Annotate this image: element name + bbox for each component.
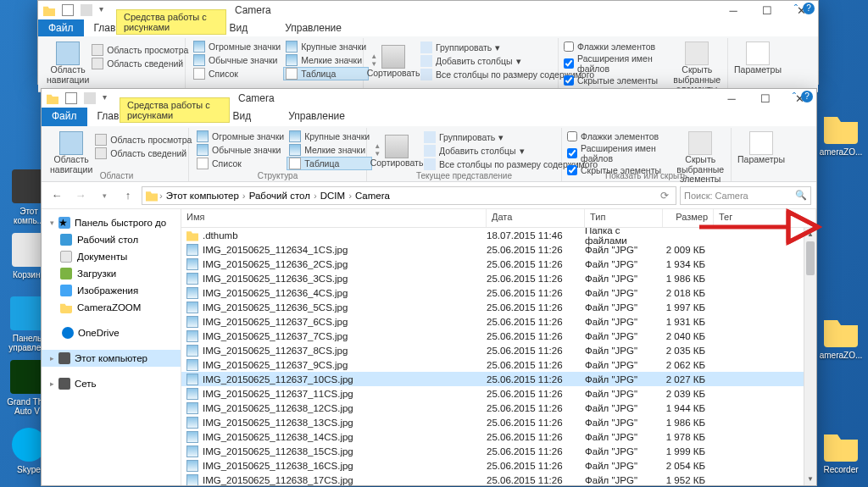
layout-large[interactable]: Крупные значки — [283, 40, 369, 53]
search-input[interactable]: Поиск: Camera 🔍 — [680, 186, 811, 205]
maximize-button[interactable]: ☐ — [750, 1, 784, 19]
sort-button[interactable]: Сортировать — [372, 130, 421, 171]
scroll-up-icon[interactable]: ▲ — [804, 228, 816, 241]
tab-manage[interactable]: Управление — [278, 108, 355, 126]
item-checkboxes[interactable]: Флажки элементов — [567, 130, 675, 142]
desktop-icon-cam2[interactable]: ameraZO... — [815, 351, 866, 360]
qat-item[interactable] — [84, 92, 96, 104]
breadcrumb-item[interactable]: DCIM — [319, 191, 347, 201]
table-row[interactable]: IMG_20150625_112638_14CS.jpg25.06.2015 1… — [181, 429, 816, 444]
col-type[interactable]: Тип — [585, 209, 663, 227]
details-pane-button[interactable]: Область сведений — [89, 57, 191, 70]
help-icon[interactable]: ? — [803, 3, 815, 14]
col-tags[interactable]: Тег — [714, 209, 816, 227]
table-row[interactable]: IMG_20150625_112634_1CS.jpg25.06.2015 11… — [181, 242, 816, 257]
tab-file[interactable]: Файл — [42, 108, 87, 126]
table-row[interactable]: IMG_20150625_112636_2CS.jpg25.06.2015 11… — [181, 257, 816, 271]
preview-pane-button[interactable]: Область просмотра — [89, 43, 191, 57]
history-button[interactable]: ▾ — [94, 185, 114, 206]
nav-item[interactable]: Документы — [42, 248, 181, 265]
back-button[interactable]: ← — [47, 185, 67, 206]
nav-item[interactable]: Рабочий стол — [42, 231, 181, 248]
minimize-button[interactable]: ─ — [715, 89, 748, 108]
collapse-ribbon-icon[interactable]: ˆ — [793, 91, 796, 103]
nav-this-pc[interactable]: ▸Этот компьютер — [42, 350, 181, 367]
col-date[interactable]: Дата — [487, 209, 585, 227]
search-icon[interactable]: 🔍 — [795, 190, 807, 201]
nav-onedrive[interactable]: OneDrive — [42, 324, 181, 341]
nav-network[interactable]: ▸Сеть — [42, 375, 181, 392]
table-row[interactable]: IMG_20150625_112638_12CS.jpg25.06.2015 1… — [181, 401, 816, 415]
breadcrumb-item[interactable]: Рабочий стол — [248, 191, 312, 201]
table-row[interactable]: .dthumb18.07.2015 11:46Папка с файлами — [181, 228, 816, 242]
options-button[interactable]: Параметры — [733, 40, 782, 75]
options-button[interactable]: Параметры — [737, 130, 786, 165]
table-row[interactable]: IMG_20150625_112638_16CS.jpg25.06.2015 1… — [181, 458, 816, 473]
forward-button[interactable]: → — [70, 185, 91, 206]
col-name[interactable]: Имя — [181, 209, 487, 227]
layout-small[interactable]: Мелкие значки — [287, 143, 372, 157]
layout-huge[interactable]: Огромные значки — [191, 40, 283, 53]
nav-item[interactable]: Загрузки — [42, 265, 181, 282]
breadcrumb-item[interactable]: Camera — [353, 191, 392, 201]
layout-small[interactable]: Мелкие значки — [283, 53, 369, 67]
layout-normal[interactable]: Обычные значки — [194, 143, 287, 157]
file-size: 1 986 КБ — [663, 274, 714, 284]
item-checkboxes[interactable]: Флажки элементов — [564, 41, 671, 53]
table-row[interactable]: IMG_20150625_112637_8CS.jpg25.06.2015 11… — [181, 343, 816, 357]
file-type: Папка с файлами — [585, 228, 663, 246]
qat-item[interactable] — [62, 4, 74, 16]
nav-item[interactable]: CameraZOOM — [42, 299, 181, 316]
minimize-button[interactable]: ─ — [716, 1, 750, 19]
hidden-items[interactable]: Скрытые элементы — [564, 75, 671, 86]
up-button[interactable]: ↑ — [118, 185, 138, 206]
details-pane-button[interactable]: Область сведений — [92, 147, 194, 160]
scroll-down-icon[interactable]: ▼ — [804, 473, 816, 485]
table-row[interactable]: IMG_20150625_112637_7CS.jpg25.06.2015 11… — [181, 329, 816, 343]
qat-item[interactable] — [81, 4, 92, 16]
preview-pane-button[interactable]: Область просмотра — [92, 133, 194, 147]
table-row[interactable]: IMG_20150625_112636_5CS.jpg25.06.2015 11… — [181, 300, 816, 314]
layout-list[interactable]: Список — [194, 157, 287, 170]
table-row[interactable]: IMG_20150625_112638_13CS.jpg25.06.2015 1… — [181, 415, 816, 429]
layout-list[interactable]: Список — [191, 67, 283, 80]
table-row[interactable]: IMG_20150625_112637_10CS.jpg25.06.2015 1… — [181, 372, 816, 386]
sort-button[interactable]: Сортировать — [369, 40, 418, 81]
layout-table[interactable]: Таблица — [287, 157, 372, 170]
scrollbar[interactable]: ▲ ▼ — [804, 228, 816, 485]
image-icon — [186, 460, 198, 472]
table-row[interactable]: IMG_20150625_112638_17CS.jpg25.06.2015 1… — [181, 473, 816, 485]
layout-table[interactable]: Таблица — [283, 67, 369, 80]
breadcrumb[interactable]: › Этот компьютер› Рабочий стол› DCIM› Ca… — [142, 186, 676, 205]
collapse-ribbon-icon[interactable]: ˆ — [794, 3, 798, 15]
layout-huge[interactable]: Огромные значки — [194, 130, 287, 143]
col-size[interactable]: Размер — [663, 209, 714, 227]
refresh-icon[interactable]: ⟳ — [657, 190, 672, 202]
table-row[interactable]: IMG_20150625_112637_9CS.jpg25.06.2015 11… — [181, 357, 816, 372]
breadcrumb-item[interactable]: Этот компьютер — [164, 191, 241, 201]
desktop-icon-cam1[interactable]: ameraZO... — [815, 147, 866, 157]
qat-item[interactable] — [65, 92, 77, 104]
table-row[interactable]: IMG_20150625_112636_3CS.jpg25.06.2015 11… — [181, 271, 816, 285]
table-row[interactable]: IMG_20150625_112637_6CS.jpg25.06.2015 11… — [181, 314, 816, 329]
nav-quick-access[interactable]: ▾★Панель быстрого до — [42, 214, 181, 231]
column-headers[interactable]: Имя Дата Тип Размер Тег — [181, 209, 816, 228]
table-row[interactable]: IMG_20150625_112637_11CS.jpg25.06.2015 1… — [181, 386, 816, 401]
hide-selected-button[interactable]: Скрыть выбранные элементы — [671, 40, 722, 95]
layout-large[interactable]: Крупные значки — [287, 130, 372, 143]
desktop-icon-rec[interactable]: Recorder — [815, 465, 866, 474]
nav-pane-button[interactable]: Область навигации — [47, 40, 89, 85]
file-extensions[interactable]: Расширения имен файлов — [567, 142, 675, 164]
scroll-thumb[interactable] — [806, 241, 815, 275]
file-extensions[interactable]: Расширения имен файлов — [564, 53, 671, 75]
file-size: 1 931 КБ — [663, 317, 714, 327]
layout-normal[interactable]: Обычные значки — [191, 53, 283, 67]
nav-pane-button[interactable]: Область навигации — [50, 130, 92, 174]
help-icon[interactable]: ? — [801, 91, 813, 102]
table-row[interactable]: IMG_20150625_112638_15CS.jpg25.06.2015 1… — [181, 444, 816, 458]
tab-file[interactable]: Файл — [38, 19, 84, 36]
nav-item[interactable]: Изображения — [42, 282, 181, 299]
maximize-button[interactable]: ☐ — [748, 89, 782, 108]
table-row[interactable]: IMG_20150625_112636_4CS.jpg25.06.2015 11… — [181, 285, 816, 300]
tab-manage[interactable]: Управление — [275, 19, 352, 36]
